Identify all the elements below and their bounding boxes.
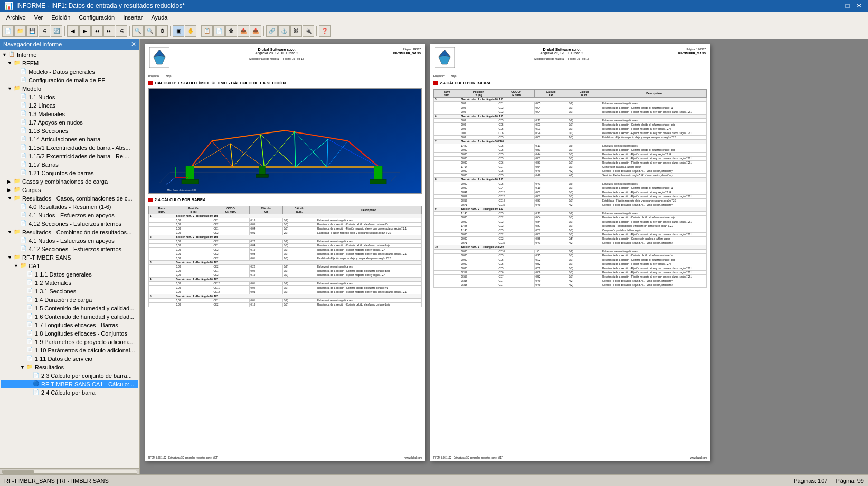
toggle-icon[interactable]: ▼ [7, 61, 14, 66]
footer-url-2: www.dlubal.com [690, 456, 707, 459]
tree-item-resultados-comb[interactable]: ▼ 📁 Resultados - Combinación de resultad… [1, 228, 138, 236]
toggle-icon[interactable]: ▶ [7, 179, 14, 184]
tree-item-sec-2[interactable]: 📄 1.3.1 Secciones [1, 287, 138, 296]
tree-item-exc-abs[interactable]: 📄 1.15/1 Excentricidades de barra - Abs.… [1, 144, 138, 152]
zoom-out-button[interactable]: 🔍 [144, 25, 156, 37]
plug-button[interactable]: 🔌 [303, 25, 314, 37]
tree-item-modelo-datos[interactable]: 📄 Modelo - Datos generales [1, 68, 138, 76]
tree-item-4-12-2[interactable]: 📄 4.12 Secciones - Esfuerzos internos [1, 245, 138, 253]
copy-button[interactable]: 📋 [201, 25, 213, 37]
tree-item-datos-gen[interactable]: 📄 1.1.1 Datos generales [1, 270, 138, 279]
toggle-icon[interactable]: ▶ [7, 187, 14, 193]
toggle-icon[interactable]: ▼ [7, 86, 14, 91]
tree-item-4-12[interactable]: 📄 4.12 Secciones - Esfuerzos internos [1, 220, 138, 228]
tree-label: Casos y combinaciones de carga [22, 178, 108, 185]
zoom-in-button[interactable]: 🔍 [132, 25, 144, 37]
tree-item-param-proy[interactable]: 📄 1.9 Parámetros de proyecto adiciona... [1, 338, 138, 346]
last-button[interactable]: ⏭ [103, 25, 115, 37]
tree-item-rf-timber[interactable]: ▼ 📁 RF-TIMBER SANS [1, 253, 138, 262]
tree-item-hum-2[interactable]: 📄 1.6 Contenido de humedad y calidad... [1, 312, 138, 321]
print-button[interactable]: 🖨 [39, 25, 50, 37]
tree-item-param-calc[interactable]: 📄 1.10 Parámetros de cálculo adicional..… [1, 346, 138, 355]
menu-ayuda[interactable]: Ayuda [147, 13, 172, 22]
import-button[interactable]: 📥 [250, 25, 261, 37]
tree-item-secciones[interactable]: 📄 1.13 Secciones [1, 127, 138, 135]
col-header-barra: Barranúm. [149, 206, 175, 214]
tree-item-rfem[interactable]: ▼ 📁 RFEM [1, 59, 138, 68]
tree-item-resultados-sub[interactable]: ▼ 📁 Resultados [1, 363, 138, 371]
toggle-icon[interactable]: ▼ [20, 365, 26, 370]
print2-button[interactable]: 🖨 [116, 25, 127, 37]
company-name-2: Dlubal Software s.r.o. [457, 47, 667, 51]
tree-item-long-conj[interactable]: 📄 1.8 Longitudes eficaces - Conjuntos [1, 329, 138, 338]
save-button[interactable]: 💾 [26, 25, 38, 37]
tree-item-4-resultados[interactable]: 📄 4.0 Resultados - Resumen (1-6) [1, 203, 138, 211]
tree-item-config-malla[interactable]: 📄 Configuración de malla de EF [1, 76, 138, 84]
tree-item-long-barras[interactable]: 📄 1.7 Longitudes eficaces - Barras [1, 321, 138, 329]
settings-button[interactable]: ⚙ [156, 25, 168, 37]
tree-item-ca1[interactable]: ▼ 📁 CA1 [1, 262, 138, 270]
tree-item-datos-serv[interactable]: 📄 1.11 Datos de servicio [1, 355, 138, 363]
delete-button[interactable]: 🗑 [225, 25, 237, 37]
tree-item-calc-barra[interactable]: 📄 2.4 Cálculo por barra [1, 388, 138, 397]
tree-item-apoyos[interactable]: 📄 1.7 Apoyos en nudos [1, 118, 138, 127]
first-button[interactable]: ⏮ [91, 25, 103, 37]
barra-cell [149, 252, 175, 256]
navigator-tree[interactable]: ▼ 📋 Informe ▼ 📁 RFEM 📄 Modelo - Datos ge… [0, 50, 139, 468]
tree-item-exc-rel[interactable]: 📄 1.15/2 Excentricidades de barra - Rel.… [1, 152, 138, 160]
minimize-button[interactable]: ─ [831, 1, 841, 11]
new-button[interactable]: 📄 [2, 25, 14, 37]
toggle-icon[interactable]: ▼ [14, 263, 20, 269]
paste-button[interactable]: 📄 [213, 25, 225, 37]
tree-item-4-1-nudos-2[interactable]: 📄 4.1 Nudos - Esfuerzos en apoyos [1, 236, 138, 245]
prev-button[interactable]: ◀ [67, 25, 79, 37]
tree-item-resultados-casos[interactable]: ▼ 📁 Resultados - Casos, combinaciones de… [1, 194, 138, 203]
tree-item-articulaciones[interactable]: 📄 1.14 Articulaciones en barra [1, 135, 138, 144]
content-area[interactable]: Dlubal Software s.r.o. Anglická 28, 120 … [140, 39, 868, 474]
tree-item-barras[interactable]: 📄 1.17 Barras [1, 160, 138, 169]
tree-item-casos[interactable]: ▶ 📁 Casos y combinaciones de carga [1, 177, 138, 186]
tree-item-hum-1[interactable]: 📄 1.5 Contenido de humedad y calidad... [1, 304, 138, 312]
select-button[interactable]: ▣ [173, 25, 184, 37]
tree-item-materiales[interactable]: 📄 1.3 Materiales [1, 110, 138, 118]
menu-configuracion[interactable]: Configuración [74, 13, 119, 22]
link-button[interactable]: 🔗 [266, 25, 278, 37]
next-button[interactable]: ▶ [79, 25, 91, 37]
tree-item-duracion[interactable]: 📄 1.4 Duración de carga [1, 296, 138, 304]
toggle-icon[interactable]: ▼ [7, 196, 14, 201]
menu-edicion[interactable]: Edición [47, 13, 74, 22]
folder-icon: 📁 [14, 195, 21, 202]
file-icon: 📄 [20, 203, 27, 211]
menu-ver[interactable]: Ver [30, 13, 48, 22]
col2-header-barra: Barranúm. [434, 90, 460, 98]
table2-row: 0,000CC40,101(1)Resistencia de la secció… [434, 186, 707, 190]
tree-item-modelo[interactable]: ▼ 📁 Modelo [1, 84, 138, 93]
toggle-icon[interactable]: ▼ [7, 255, 14, 260]
tree-item-lineas[interactable]: 📄 1.2 Líneas [1, 101, 138, 110]
tree-item-nudos[interactable]: 📄 1.1 Nudos [1, 93, 138, 101]
tree-item-informe[interactable]: ▼ 📋 Informe [1, 51, 138, 59]
menu-archivo[interactable]: Archivo [2, 13, 30, 22]
open-button[interactable]: 📁 [14, 25, 26, 37]
tree-item-mat-2[interactable]: 📄 1.2 Materiales [1, 279, 138, 287]
tree-item-cargas[interactable]: ▶ 📁 Cargas [1, 186, 138, 194]
navigator-close-button[interactable]: ✕ [131, 41, 136, 48]
anchor-button[interactable]: ⚓ [278, 25, 290, 37]
tree-item-conjuntos[interactable]: 📄 1.21 Conjuntos de barras [1, 169, 138, 177]
maximize-button[interactable]: □ [843, 1, 852, 11]
tree-item-rf-timber-calculo[interactable]: 🔵 RF-TIMBER SANS CA1 - Cálculo:... [1, 380, 138, 388]
refresh-button[interactable]: 🔄 [51, 25, 62, 37]
navigator-scrollbar[interactable] [0, 468, 139, 474]
help-button[interactable]: ❓ [319, 25, 331, 37]
cc-cell: CC1 [212, 269, 249, 273]
export-button[interactable]: 📤 [238, 25, 249, 37]
tree-item-4-1-nudos[interactable]: 📄 4.1 Nudos - Esfuerzos en apoyos [1, 211, 138, 220]
close-button[interactable]: ✕ [854, 1, 864, 11]
menu-insertar[interactable]: Insertar [119, 13, 147, 22]
chain-button[interactable]: ⛓ [290, 25, 302, 37]
horizontal-scroll[interactable] [2, 470, 137, 474]
toggle-icon[interactable]: ▼ [2, 52, 8, 58]
pan-button[interactable]: ✋ [185, 25, 196, 37]
tree-item-calc-conjunto[interactable]: 📄 2.3 Cálculo por conjunto de barra... [1, 371, 138, 380]
toggle-icon[interactable]: ▼ [7, 230, 14, 235]
